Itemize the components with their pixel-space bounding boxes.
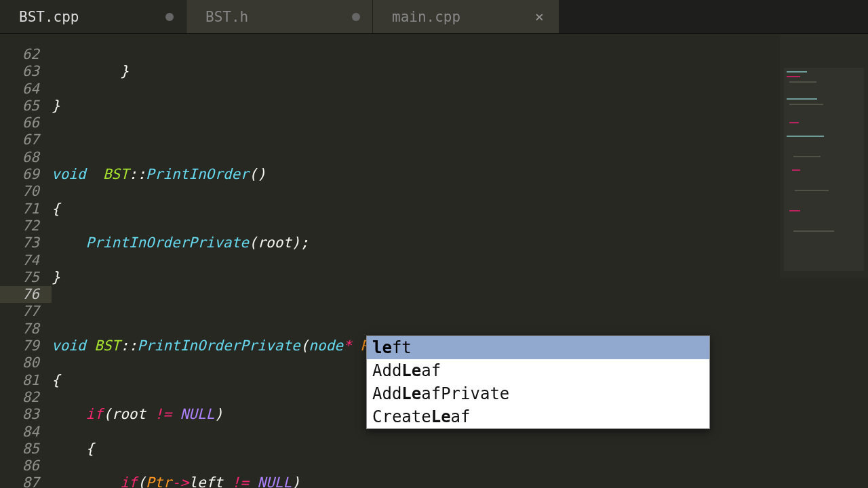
line-number: 83: [0, 406, 39, 423]
function-call: PrintInOrderPrivate: [86, 235, 249, 251]
minimap-stripe: [787, 98, 817, 100]
autocomplete-item[interactable]: AddLeafPrivate: [367, 382, 709, 405]
code-text: {: [52, 441, 94, 457]
tab-bst-cpp[interactable]: BST.cpp: [0, 0, 186, 33]
dirty-dot-icon: [165, 13, 174, 21]
line-number: 74: [0, 252, 39, 269]
member: left: [189, 474, 223, 488]
minimap-stripe: [789, 122, 799, 123]
autocomplete-item[interactable]: AddLeaf: [367, 359, 709, 382]
line-number: 86: [0, 458, 39, 474]
type-name: node: [309, 338, 343, 354]
class-name: BST: [94, 338, 120, 354]
identifier: root: [257, 235, 292, 251]
keyword-if: if: [86, 406, 103, 422]
tab-label: BST.cpp: [19, 9, 165, 25]
tab-label: main.cpp: [392, 9, 532, 25]
line-number: 72: [0, 218, 39, 235]
constant-null: NULL: [258, 474, 292, 488]
line-number: 69: [0, 166, 39, 183]
line-number: 81: [0, 372, 39, 389]
line-number: 79: [0, 338, 39, 354]
autocomplete-item[interactable]: left: [367, 336, 709, 359]
line-number: 84: [0, 424, 39, 441]
line-number: 66: [0, 115, 39, 131]
minimap-stripe: [793, 230, 834, 232]
line-number: 71: [0, 201, 39, 218]
line-number: 87: [0, 474, 39, 488]
function-name: PrintInOrder: [146, 166, 249, 182]
minimap-stripe: [787, 71, 807, 73]
minimap-stripe: [789, 210, 800, 211]
line-number-gutter: 6263646566676869707172737475767778798081…: [0, 34, 52, 488]
minimap-stripe: [787, 76, 800, 77]
line-number: 76: [0, 286, 52, 303]
class-name: BST: [103, 166, 129, 182]
minimap-stripe: [792, 169, 800, 171]
identifier: Ptr: [146, 474, 172, 488]
autocomplete-popup[interactable]: leftAddLeafAddLeafPrivateCreateLeaf: [366, 336, 710, 429]
minimap-stripe: [793, 156, 821, 157]
function-name: PrintInOrderPrivate: [137, 338, 300, 354]
tab-bar: BST.cpp BST.h main.cpp ×: [0, 0, 868, 34]
line-number: 64: [0, 81, 39, 98]
minimap-stripe: [789, 104, 823, 105]
minimap-stripe: [787, 136, 824, 137]
line-number: 62: [0, 46, 39, 63]
line-number: 73: [0, 235, 39, 251]
keyword-void: void: [52, 338, 86, 354]
line-number: 78: [0, 321, 39, 338]
line-number: 75: [0, 269, 39, 286]
constant-null: NULL: [180, 406, 215, 422]
close-icon[interactable]: ×: [532, 8, 547, 25]
line-number: 70: [0, 183, 39, 200]
keyword-if: if: [120, 474, 137, 488]
tab-bst-h[interactable]: BST.h: [186, 0, 373, 33]
line-number: 80: [0, 354, 39, 371]
editor[interactable]: 6263646566676869707172737475767778798081…: [0, 34, 868, 488]
autocomplete-item[interactable]: CreateLeaf: [367, 405, 709, 428]
line-number: 63: [0, 63, 39, 80]
line-number: 68: [0, 149, 39, 166]
line-number: 67: [0, 131, 39, 148]
tab-main-cpp[interactable]: main.cpp ×: [373, 0, 559, 33]
minimap-stripe: [795, 190, 829, 191]
tab-label: BST.h: [205, 9, 352, 25]
minimap[interactable]: [780, 34, 868, 278]
code-text: }: [52, 269, 60, 285]
code-text: {: [52, 201, 60, 217]
identifier: root: [112, 406, 146, 422]
minimap-stripe: [789, 81, 816, 83]
line-number: 65: [0, 98, 39, 115]
code-text: }: [52, 98, 60, 114]
code-text: {: [52, 372, 60, 388]
line-number: 85: [0, 441, 39, 458]
line-number: 82: [0, 389, 39, 406]
keyword-void: void: [52, 166, 86, 182]
dirty-dot-icon: [352, 13, 360, 21]
code-text: }: [52, 63, 129, 79]
line-number: 77: [0, 303, 39, 320]
